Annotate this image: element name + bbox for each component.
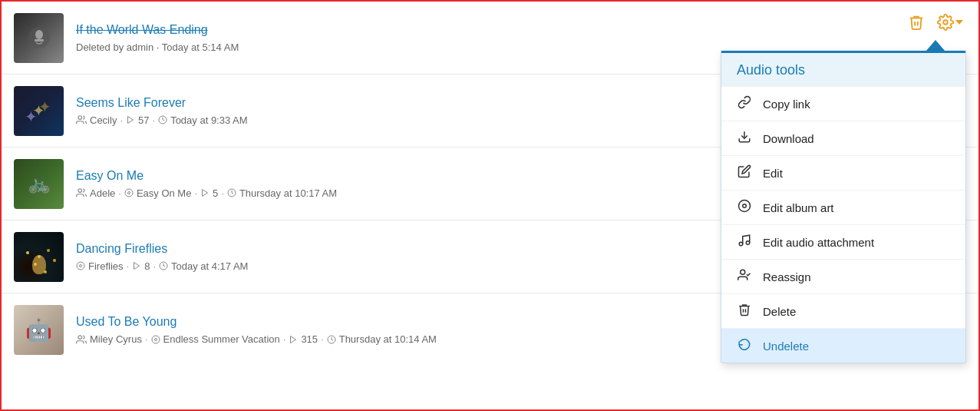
artist-icon xyxy=(76,334,87,345)
play-icon xyxy=(132,261,141,270)
dropdown-item-label: Reassign xyxy=(763,270,811,283)
track-time: Thursday at 10:17 AM xyxy=(239,187,337,199)
artist-icon xyxy=(76,187,87,198)
album-icon xyxy=(76,261,85,270)
track-deleted-meta: Deleted by admin · Today at 5:14 AM xyxy=(76,41,239,53)
svg-point-9 xyxy=(125,189,133,197)
download-icon xyxy=(737,130,752,147)
svg-point-13 xyxy=(77,262,84,270)
album-icon xyxy=(124,188,134,197)
dropdown-item-download[interactable]: Download xyxy=(721,121,965,155)
svg-point-23 xyxy=(739,201,751,212)
svg-point-24 xyxy=(743,204,747,208)
track-thumbnail xyxy=(14,232,64,282)
dropdown-item-label: Copy link xyxy=(763,98,810,111)
play-icon xyxy=(200,188,210,197)
clock-icon xyxy=(327,335,336,344)
track-thumbnail: 🤖 xyxy=(14,305,64,355)
main-container: If the World Was Ending Deleted by admin… xyxy=(0,0,980,411)
play-icon xyxy=(126,115,135,124)
svg-marker-20 xyxy=(291,336,296,343)
dropdown-item-edit-audio-attachment[interactable]: Edit audio attachment xyxy=(721,224,965,259)
undelete-icon xyxy=(737,337,752,354)
dropdown-wrapper: Audio tools Copy link Download Edit xyxy=(721,40,966,363)
dropdown-item-delete[interactable]: Delete xyxy=(721,293,965,328)
svg-point-26 xyxy=(746,241,750,245)
track-plays: 315 xyxy=(301,333,318,345)
track-title: If the World Was Ending xyxy=(76,23,966,37)
svg-point-3 xyxy=(35,30,43,39)
album-icon xyxy=(151,335,160,344)
dropdown-item-label: Edit audio attachment xyxy=(763,236,874,249)
reassign-icon xyxy=(737,268,752,285)
track-plays: 5 xyxy=(213,187,218,199)
track-thumbnail xyxy=(14,13,64,63)
svg-rect-4 xyxy=(35,39,44,41)
artist-icon xyxy=(76,114,87,125)
track-thumbnail xyxy=(14,159,64,209)
clock-icon xyxy=(227,188,236,197)
link-icon xyxy=(737,95,752,112)
svg-point-25 xyxy=(739,242,743,246)
dropdown-item-label: Delete xyxy=(763,305,796,318)
delete-icon xyxy=(737,303,752,320)
dropdown-header: Audio tools xyxy=(721,53,965,86)
dropdown-item-label: Download xyxy=(763,132,814,145)
album-art-icon xyxy=(737,199,752,216)
dropdown-menu: Audio tools Copy link Download Edit xyxy=(721,51,966,363)
svg-point-19 xyxy=(154,338,157,340)
svg-marker-11 xyxy=(203,190,208,197)
svg-marker-15 xyxy=(134,263,140,270)
svg-marker-6 xyxy=(128,117,134,124)
dropdown-item-label: Edit xyxy=(763,167,783,180)
svg-point-8 xyxy=(78,189,82,193)
dropdown-item-copy-link[interactable]: Copy link xyxy=(721,86,965,121)
header-actions xyxy=(905,11,966,34)
clock-icon xyxy=(158,115,167,124)
track-album: Fireflies xyxy=(88,260,124,272)
svg-point-27 xyxy=(741,270,745,274)
dropdown-item-label: Edit album art xyxy=(763,201,834,214)
svg-point-0 xyxy=(943,20,948,25)
audio-attachment-icon xyxy=(737,234,752,250)
svg-point-14 xyxy=(80,265,82,267)
track-plays: 57 xyxy=(138,114,149,126)
play-icon xyxy=(289,335,298,344)
dropdown-item-edit[interactable]: Edit xyxy=(721,155,965,190)
dropdown-arrow xyxy=(926,40,945,51)
delete-button[interactable] xyxy=(905,11,928,34)
track-album: Easy On Me xyxy=(137,187,192,199)
track-artist: Adele xyxy=(90,187,115,199)
svg-point-17 xyxy=(78,335,82,339)
track-time: Today at 4:17 AM xyxy=(171,260,248,272)
settings-button[interactable] xyxy=(934,11,966,34)
dropdown-item-reassign[interactable]: Reassign xyxy=(721,259,965,293)
dropdown-item-label: Undelete xyxy=(763,340,809,353)
svg-point-18 xyxy=(152,336,160,343)
track-artist: Miley Cyrus xyxy=(90,333,142,345)
track-time: Today at 9:33 AM xyxy=(170,114,247,126)
track-time: Thursday at 10:14 AM xyxy=(339,333,437,345)
track-thumbnail xyxy=(14,86,64,136)
svg-marker-1 xyxy=(955,20,963,25)
dropdown-item-edit-album-art[interactable]: Edit album art xyxy=(721,190,965,224)
clock-icon xyxy=(159,261,168,270)
dropdown-item-undelete[interactable]: Undelete xyxy=(721,328,965,363)
edit-icon xyxy=(737,164,752,181)
track-album: Endless Summer Vacation xyxy=(163,333,280,345)
svg-point-10 xyxy=(127,192,130,194)
svg-point-5 xyxy=(78,116,82,120)
track-plays: 8 xyxy=(144,260,150,272)
track-artist: Cecily xyxy=(90,114,117,126)
